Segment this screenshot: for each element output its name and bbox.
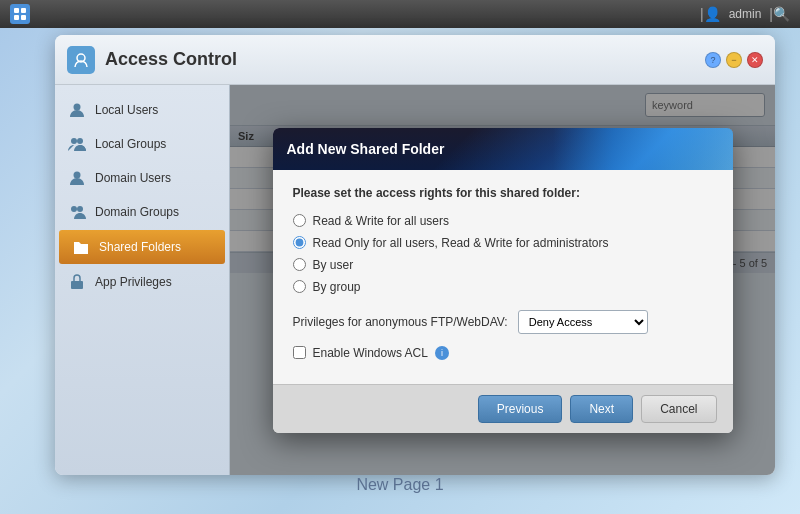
info-icon[interactable]: i xyxy=(435,346,449,360)
dialog-subtitle: Please set the access rights for this sh… xyxy=(293,186,713,200)
window-controls: ? − ✕ xyxy=(705,52,763,68)
svg-point-6 xyxy=(71,138,77,144)
sidebar-label-domain-groups: Domain Groups xyxy=(95,205,179,219)
svg-point-10 xyxy=(77,206,83,212)
page-label: New Page 1 xyxy=(0,476,800,494)
radio-by-group[interactable]: By group xyxy=(293,280,713,294)
sidebar-item-domain-groups[interactable]: Domain Groups xyxy=(55,195,229,229)
dialog: Add New Shared Folder Please set the acc… xyxy=(273,128,733,433)
radio-label-rw-all: Read & Write for all users xyxy=(313,214,450,228)
windows-acl-label: Enable Windows ACL xyxy=(313,346,428,360)
dialog-title: Add New Shared Folder xyxy=(287,141,445,157)
sidebar-item-shared-folders[interactable]: Shared Folders xyxy=(59,230,225,264)
dialog-body: Please set the access rights for this sh… xyxy=(273,170,733,384)
window-body: Local Users Local Groups xyxy=(55,85,775,475)
radio-label-by-group: By group xyxy=(313,280,361,294)
domain-users-icon xyxy=(67,168,87,188)
radio-input-by-user[interactable] xyxy=(293,258,306,271)
sidebar-item-domain-users[interactable]: Domain Users xyxy=(55,161,229,195)
dialog-title-bar: Add New Shared Folder xyxy=(273,128,733,170)
svg-rect-2 xyxy=(14,15,19,20)
radio-input-rw-all[interactable] xyxy=(293,214,306,227)
svg-point-8 xyxy=(74,172,81,179)
minimize-button[interactable]: − xyxy=(726,52,742,68)
main-window: Access Control ? − ✕ Local Users xyxy=(55,35,775,475)
dialog-accent xyxy=(553,128,733,170)
sidebar-label-app-privileges: App Privileges xyxy=(95,275,172,289)
search-icon[interactable]: |🔍 xyxy=(769,6,790,22)
svg-rect-11 xyxy=(71,281,83,289)
radio-group: Read & Write for all users Read Only for… xyxy=(293,214,713,294)
windows-acl-checkbox[interactable] xyxy=(293,346,306,359)
dialog-footer: Previous Next Cancel xyxy=(273,384,733,433)
sidebar-label-domain-users: Domain Users xyxy=(95,171,171,185)
radio-rw-all[interactable]: Read & Write for all users xyxy=(293,214,713,228)
svg-rect-1 xyxy=(21,8,26,13)
sidebar: Local Users Local Groups xyxy=(55,85,230,475)
shared-folders-icon xyxy=(71,237,91,257)
sidebar-item-app-privileges[interactable]: App Privileges xyxy=(55,265,229,299)
privileges-row: Privileges for anonymous FTP/WebDAV: Den… xyxy=(293,310,713,334)
privileges-select[interactable]: Deny Access Read Only Read & Write xyxy=(518,310,648,334)
app-icon xyxy=(10,4,30,24)
window-title: Access Control xyxy=(105,49,237,70)
top-bar: |👤 admin |🔍 xyxy=(0,0,800,28)
close-button[interactable]: ✕ xyxy=(747,52,763,68)
help-button[interactable]: ? xyxy=(705,52,721,68)
sidebar-label-local-users: Local Users xyxy=(95,103,158,117)
window-icon xyxy=(67,46,95,74)
domain-groups-icon xyxy=(67,202,87,222)
local-groups-icon xyxy=(67,134,87,154)
radio-label-ro-all: Read Only for all users, Read & Write fo… xyxy=(313,236,609,250)
radio-input-ro-all[interactable] xyxy=(293,236,306,249)
radio-label-by-user: By user xyxy=(313,258,354,272)
svg-rect-3 xyxy=(21,15,26,20)
cancel-button[interactable]: Cancel xyxy=(641,395,716,423)
local-users-icon xyxy=(67,100,87,120)
privileges-label: Privileges for anonymous FTP/WebDAV: xyxy=(293,315,508,329)
svg-point-9 xyxy=(71,206,77,212)
app-privileges-icon xyxy=(67,272,87,292)
main-content: Siz Volume Volume 1 Volume 1 Volume 1 Vo… xyxy=(230,85,775,475)
next-button[interactable]: Next xyxy=(570,395,633,423)
sidebar-item-local-users[interactable]: Local Users xyxy=(55,93,229,127)
username-label: admin xyxy=(729,7,762,21)
checkbox-row: Enable Windows ACL i xyxy=(293,346,713,360)
radio-ro-all[interactable]: Read Only for all users, Read & Write fo… xyxy=(293,236,713,250)
sidebar-item-local-groups[interactable]: Local Groups xyxy=(55,127,229,161)
radio-by-user[interactable]: By user xyxy=(293,258,713,272)
sidebar-label-shared-folders: Shared Folders xyxy=(99,240,181,254)
modal-overlay: Add New Shared Folder Please set the acc… xyxy=(230,85,775,475)
svg-rect-0 xyxy=(14,8,19,13)
window-title-bar: Access Control ? − ✕ xyxy=(55,35,775,85)
user-icon: |👤 xyxy=(700,6,721,22)
radio-input-by-group[interactable] xyxy=(293,280,306,293)
svg-point-5 xyxy=(74,104,81,111)
svg-point-7 xyxy=(77,138,83,144)
top-bar-left xyxy=(10,4,30,24)
previous-button[interactable]: Previous xyxy=(478,395,563,423)
sidebar-label-local-groups: Local Groups xyxy=(95,137,166,151)
